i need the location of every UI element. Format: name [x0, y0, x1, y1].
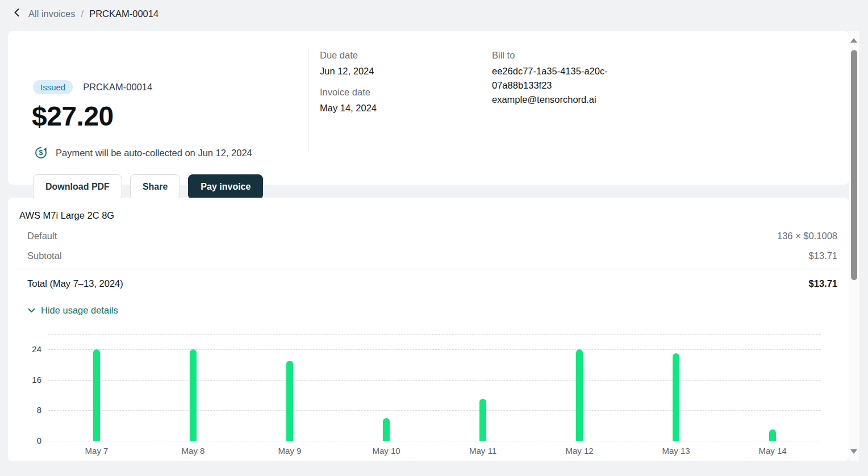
status-badge: Issued	[33, 80, 73, 94]
scroll-down-arrow-icon[interactable]	[850, 449, 857, 454]
svg-text:$: $	[39, 149, 43, 157]
chart-x-tick-label: May 8	[182, 446, 205, 456]
invoice-summary-card: Issued PRCKAM-00014 $27.20 $ Payment wil…	[8, 31, 849, 185]
scroll-up-arrow-icon[interactable]	[850, 38, 857, 43]
recurring-payment-icon: $	[34, 146, 48, 160]
usage-bar	[479, 399, 486, 441]
action-buttons: Download PDF Share Pay invoice	[33, 174, 263, 199]
bill-to-id: ee26dc77-1a35-4135-a20c-07a88b133f23	[492, 64, 633, 93]
usage-bar	[769, 429, 776, 441]
line-items-card: AWS M7i Large 2C 8G Default 136 × $0.100…	[8, 198, 849, 461]
badge-row: Issued PRCKAM-00014	[33, 80, 152, 94]
chart-x-tick-label: May 9	[278, 446, 302, 456]
usage-bar	[286, 361, 293, 441]
usage-bar	[190, 349, 197, 441]
breadcrumb-parent[interactable]: All invoices	[28, 9, 76, 19]
vertical-divider	[308, 48, 309, 152]
chart-gridline	[48, 349, 821, 350]
bill-to-label: Bill to	[492, 50, 633, 61]
bill-to-email: example@tensorchord.ai	[492, 93, 633, 107]
auto-collect-text: Payment will be auto-collected on Jun 12…	[56, 148, 252, 158]
chart-x-tick-label: May 7	[85, 446, 108, 456]
chart-y-tick-label: 24	[19, 344, 41, 354]
download-pdf-button[interactable]: Download PDF	[33, 174, 122, 199]
usage-bar	[576, 349, 583, 441]
due-date-label: Due date	[320, 50, 468, 61]
chart-x-tick-label: May 14	[758, 446, 786, 456]
chart-x-tick-label: May 13	[662, 446, 690, 456]
invoice-amount: $27.20	[32, 101, 114, 132]
chart-y-tick-label: 16	[19, 375, 41, 385]
usage-chart: 081624 May 7May 8May 9May 10May 11May 12…	[8, 198, 849, 461]
usage-bar	[93, 349, 100, 441]
chart-x-tick-label: May 11	[469, 446, 496, 456]
usage-bar	[673, 353, 679, 441]
invoice-page: All invoices / PRCKAM-00014 Issued PRCKA…	[0, 0, 868, 476]
invoice-number: PRCKAM-00014	[83, 82, 152, 93]
chart-gridline	[48, 334, 821, 335]
chart-y-tick-label: 8	[19, 405, 41, 415]
chevron-left-icon	[12, 8, 22, 19]
dates-column: Due date Jun 12, 2024 Invoice date May 1…	[320, 50, 468, 124]
chart-y-tick-label: 0	[19, 436, 41, 445]
invoice-date-value: May 14, 2024	[320, 101, 468, 115]
usage-bar	[383, 418, 390, 441]
back-button[interactable]	[10, 7, 24, 20]
breadcrumb: All invoices / PRCKAM-00014	[0, 0, 868, 27]
invoice-date-label: Invoice date	[320, 87, 468, 98]
auto-collect-note: $ Payment will be auto-collected on Jun …	[34, 146, 252, 160]
chart-gridline	[48, 410, 821, 411]
chart-plot-area	[48, 334, 821, 441]
chart-gridline	[48, 441, 821, 441]
chart-x-tick-label: May 12	[565, 446, 593, 456]
share-button[interactable]: Share	[130, 174, 180, 199]
vertical-scrollbar[interactable]	[849, 31, 859, 461]
pay-invoice-button[interactable]: Pay invoice	[188, 174, 263, 199]
chart-gridline	[48, 380, 821, 381]
breadcrumb-current: PRCKAM-00014	[89, 9, 158, 19]
breadcrumb-separator: /	[81, 9, 84, 19]
due-date-value: Jun 12, 2024	[320, 64, 468, 78]
bill-to-column: Bill to ee26dc77-1a35-4135-a20c-07a88b13…	[492, 50, 633, 115]
chart-x-tick-label: May 10	[372, 446, 400, 456]
scrollbar-thumb[interactable]	[851, 50, 857, 280]
